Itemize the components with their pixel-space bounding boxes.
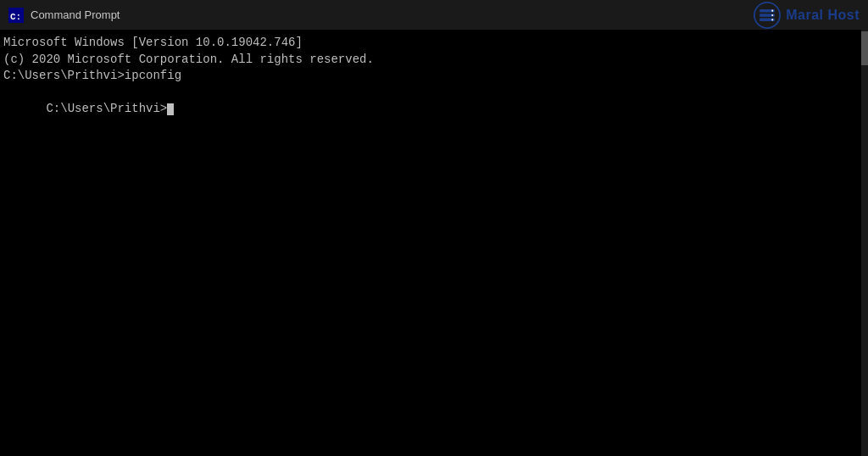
maral-host-label: Maral Host <box>786 8 860 23</box>
scrollbar-thumb[interactable] <box>861 31 868 65</box>
cmd-window: C: Command Prompt <box>0 0 868 456</box>
svg-text:C:: C: <box>10 12 21 22</box>
terminal-line-1: Microsoft Windows [Version 10.0.19042.74… <box>3 35 865 52</box>
svg-point-8 <box>771 19 773 20</box>
terminal-prompt: C:\Users\Prithvi> <box>46 102 167 115</box>
terminal-line-4: C:\Users\Prithvi>ipconfig <box>3 68 865 85</box>
title-bar: C: Command Prompt <box>0 0 868 30</box>
terminal-cursor <box>167 103 174 115</box>
window-title: Command Prompt <box>31 8 120 21</box>
terminal-line-5: C:\Users\Prithvi> <box>3 85 865 135</box>
title-bar-left: C: Command Prompt <box>8 8 120 23</box>
maral-host-icon <box>754 2 781 29</box>
svg-point-6 <box>771 9 773 11</box>
cmd-icon: C: <box>8 8 24 23</box>
scrollbar[interactable] <box>861 30 868 456</box>
svg-point-7 <box>771 14 773 15</box>
title-bar-right: Maral Host <box>754 2 860 29</box>
terminal-line-2: (c) 2020 Microsoft Corporation. All righ… <box>3 52 865 69</box>
terminal-body[interactable]: Microsoft Windows [Version 10.0.19042.74… <box>0 30 868 456</box>
maral-host-logo: Maral Host <box>754 2 860 29</box>
